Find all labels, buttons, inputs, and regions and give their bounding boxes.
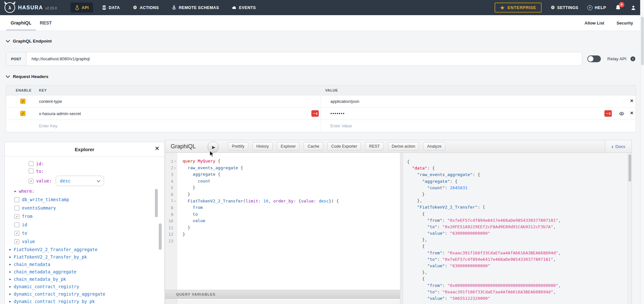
header-value-input-masked[interactable]: ••••••• [330,111,345,116]
explorer-item[interactable]: ▶dynamic_contract_registry_by_pk [5,298,164,304]
explorer-item[interactable]: id: [5,160,164,167]
code-line: } [183,184,400,191]
scrollbar-thumb[interactable] [159,223,162,250]
header-key-input[interactable]: x-hasura-admin-secret [39,111,81,116]
endpoint-url-input[interactable]: http://localhost:8080/v1/graphql [26,52,582,65]
explorer-item[interactable]: ▶where: [5,187,164,195]
toolbar-history-button[interactable]: History [252,142,273,151]
explorer-item[interactable]: eventsSummary [5,204,164,212]
response-scrollbar[interactable] [628,153,631,304]
toolbar-rest-button[interactable]: REST [365,142,384,151]
triangle-right-icon[interactable]: ▶ [9,248,11,251]
close-icon[interactable]: × [155,144,159,152]
response-viewer: { "data": { "raw_events_aggregate": { "a… [403,153,628,304]
fold-arrow-icon[interactable]: ▾ [173,200,177,203]
triangle-right-icon[interactable]: ▶ [9,270,11,273]
info-icon[interactable]: i [630,56,635,61]
reveal-value-eye-icon[interactable] [619,111,624,116]
explorer-item[interactable]: ▶FiatTokenV2_2_Transfer_by_pk [5,253,164,260]
new-header-key-input[interactable]: Enter Key [39,123,57,128]
triangle-right-icon[interactable]: ▶ [14,190,16,193]
explorer-item[interactable]: ✓from [5,212,164,221]
nav-item-remote-schemas[interactable]: REMOTE SCHEMAS [167,3,223,13]
explorer-item[interactable]: ▶chain_metadata_by_pk [5,275,164,283]
checkbox-checked-icon[interactable]: ✓ [14,239,19,244]
checkbox-icon[interactable] [29,169,33,173]
explorer-item[interactable]: ▶dynamic_contract_registry [5,283,164,290]
pane-divider[interactable] [400,153,403,304]
explorer-item[interactable]: db_write_timestamp [5,195,164,204]
checkbox-checked-icon[interactable]: ✓ [14,231,19,236]
query-variables-bar[interactable]: QUERY VARIABLES [165,290,400,299]
header-value-input[interactable]: application/json [330,99,359,104]
tab-graphiql[interactable]: GraphiQL [6,15,36,31]
toolbar-prettify-button[interactable]: Prettify [228,142,248,151]
checkbox-icon[interactable] [14,206,19,211]
graphql-endpoint-section-header[interactable]: GraphQL Endpoint [6,39,52,44]
scrollbar-thumb[interactable] [641,17,644,65]
execute-query-button[interactable]: ▶ [208,142,219,152]
toolbar-cache-button[interactable]: Cache [304,142,323,151]
table-row: ✓ x-hasura-admin-secret ••• ••••••• ••• … [6,108,636,120]
explorer-item[interactable]: ▶dynamic_contract_registry_aggregate [5,290,164,298]
request-headers-section-header[interactable]: Request Headers [6,74,48,79]
star-icon: ★ [500,5,505,10]
enable-header-checkbox[interactable]: ✓ [20,99,25,104]
hasura-logo-icon[interactable]: λ [5,2,15,13]
relay-api-toggle[interactable] [587,55,601,62]
code-line: value [183,218,400,224]
checkbox-icon[interactable] [14,197,19,202]
scrollbar-thumb[interactable] [155,189,158,217]
nav-item-events[interactable]: EVENTS [228,3,260,13]
query-editor[interactable]: 1▾2▾34567▾8910111213 query MyQuery { raw… [165,153,400,304]
explorer-item[interactable]: ▶FiatTokenV2_2_Transfer_aggregate [5,246,164,253]
help-button[interactable]: ? HELP [587,5,606,10]
explorer-item[interactable]: id [5,221,164,229]
page-scrollbar[interactable] [640,0,644,304]
checkbox-icon[interactable] [14,222,19,227]
new-header-value-input[interactable]: Enter Value [330,123,352,128]
nav-item-actions[interactable]: ⚙ACTIONS [128,3,163,13]
scrollbar-thumb[interactable] [629,154,631,181]
security-link[interactable]: Security [617,21,633,25]
cloud-icon [232,5,237,10]
triangle-right-icon[interactable]: ▶ [9,285,11,288]
triangle-right-icon[interactable]: ▶ [9,292,11,296]
fold-arrow-icon[interactable]: ▾ [173,166,177,170]
explorer-item[interactable]: to: [5,167,164,175]
docs-button[interactable]: ‹ Docs [605,140,631,152]
checkbox-icon[interactable] [29,161,33,166]
triangle-right-icon[interactable]: ▶ [9,278,11,281]
triangle-right-icon[interactable]: ▶ [9,263,11,266]
triangle-right-icon[interactable]: ▶ [9,300,11,303]
enable-header-checkbox[interactable]: ✓ [20,111,25,116]
checkbox-checked-icon[interactable]: ✓ [14,214,19,219]
notifications-bell-icon[interactable]: 8 [615,5,621,11]
order-direction-select[interactable]: desc [56,176,104,186]
request-headers-table: ENABLE KEY VALUE ✓ content-type applicat… [6,85,636,132]
toolbar-explorer-button[interactable]: Explorer [277,142,300,151]
line-number: 10 [165,218,177,224]
tab-rest[interactable]: REST [36,15,56,31]
toolbar-derive-action-button[interactable]: Derive action [388,142,419,151]
explorer-item[interactable]: ▶chain_metadata [5,260,164,268]
explorer-item[interactable]: ▶chain_metadata_aggregate [5,268,164,275]
user-avatar-icon[interactable] [630,5,636,11]
allow-list-link[interactable]: Allow List [584,21,604,25]
toolbar-code-exporter-button[interactable]: Code Exporter [327,142,361,151]
triangle-right-icon[interactable]: ▶ [9,255,11,259]
nav-item-api[interactable]: API [71,3,93,13]
remove-header-icon[interactable]: × [630,110,633,116]
settings-button[interactable]: ⚙ SETTINGS [551,5,578,10]
explorer-item[interactable]: ✓value [5,237,164,246]
toolbar-analyze-button[interactable]: Analyze [423,142,445,151]
remove-header-icon[interactable]: × [630,98,633,104]
explorer-item[interactable]: ✓value:desc [5,175,164,187]
enterprise-button[interactable]: ★ ENTERPRISE [495,3,542,13]
fold-arrow-icon[interactable]: ▾ [173,160,177,163]
nav-item-data[interactable]: DATA [98,3,124,13]
checkbox-checked-icon[interactable]: ✓ [29,179,33,183]
explorer-item[interactable]: ✓to [5,229,164,237]
header-key-input[interactable]: content-type [39,99,62,104]
query-variables-editor[interactable] [165,299,400,304]
